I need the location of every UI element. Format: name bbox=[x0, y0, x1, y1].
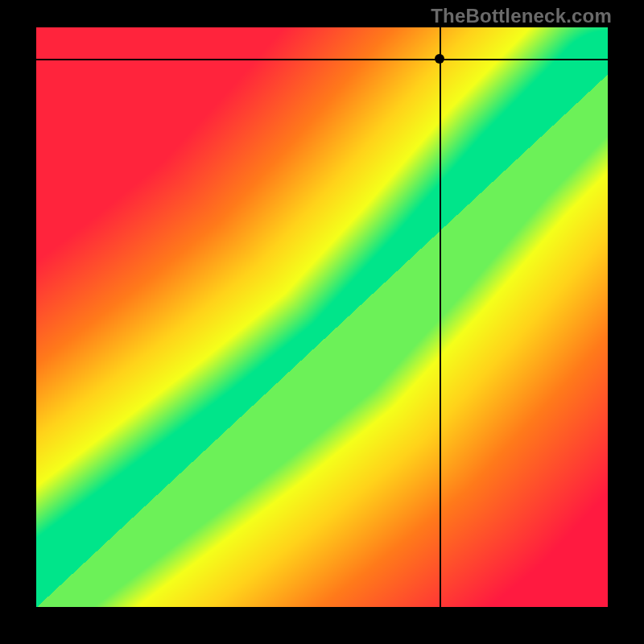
chart-frame: TheBottleneck.com bbox=[0, 0, 644, 644]
plot-area bbox=[36, 27, 608, 607]
marker-dot bbox=[435, 54, 444, 64]
crosshair-horizontal bbox=[36, 59, 608, 60]
heatmap-canvas bbox=[36, 27, 608, 607]
watermark-text: TheBottleneck.com bbox=[431, 5, 612, 27]
crosshair-vertical bbox=[440, 27, 441, 607]
